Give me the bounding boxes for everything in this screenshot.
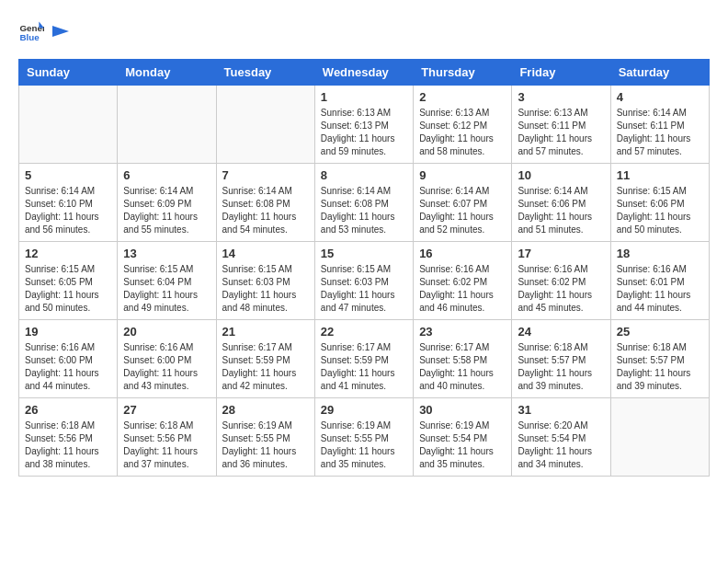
weekday-header-friday: Friday — [512, 60, 610, 86]
day-info: Sunrise: 6:16 AM Sunset: 6:01 PM Dayligh… — [617, 263, 703, 315]
day-number: 8 — [321, 168, 407, 182]
day-number: 16 — [419, 247, 506, 260]
day-info: Sunrise: 6:18 AM Sunset: 5:57 PM Dayligh… — [518, 341, 604, 393]
day-info: Sunrise: 6:15 AM Sunset: 6:06 PM Dayligh… — [617, 185, 703, 236]
calendar-day-cell: 7Sunrise: 6:14 AM Sunset: 6:08 PM Daylig… — [216, 164, 314, 242]
day-info: Sunrise: 6:15 AM Sunset: 6:05 PM Dayligh… — [25, 263, 111, 315]
day-info: Sunrise: 6:13 AM Sunset: 6:11 PM Dayligh… — [518, 107, 604, 158]
calendar-day-cell: 19Sunrise: 6:16 AM Sunset: 6:00 PM Dayli… — [19, 320, 118, 398]
day-number: 5 — [25, 168, 111, 182]
calendar-day-cell: 14Sunrise: 6:15 AM Sunset: 6:03 PM Dayli… — [216, 242, 314, 320]
calendar-day-cell — [216, 86, 314, 164]
day-number: 24 — [518, 325, 604, 339]
day-info: Sunrise: 6:19 AM Sunset: 5:54 PM Dayligh… — [419, 419, 506, 471]
calendar-day-cell: 3Sunrise: 6:13 AM Sunset: 6:11 PM Daylig… — [512, 86, 610, 164]
calendar-day-cell: 25Sunrise: 6:18 AM Sunset: 5:57 PM Dayli… — [610, 320, 709, 398]
day-info: Sunrise: 6:17 AM Sunset: 5:58 PM Dayligh… — [419, 341, 506, 393]
calendar-day-cell: 9Sunrise: 6:14 AM Sunset: 6:07 PM Daylig… — [414, 164, 512, 242]
weekday-header-sunday: Sunday — [19, 60, 118, 86]
day-number: 18 — [617, 247, 703, 260]
calendar-day-cell: 20Sunrise: 6:16 AM Sunset: 6:00 PM Dayli… — [118, 320, 216, 398]
day-number: 25 — [617, 325, 703, 339]
logo: General Blue — [18, 18, 70, 44]
calendar-header-row: SundayMondayTuesdayWednesdayThursdayFrid… — [19, 60, 710, 86]
weekday-header-wednesday: Wednesday — [314, 60, 413, 86]
calendar-day-cell: 29Sunrise: 6:19 AM Sunset: 5:55 PM Dayli… — [314, 398, 413, 477]
day-number: 2 — [419, 90, 506, 104]
logo-icon: General Blue — [18, 18, 44, 44]
day-number: 26 — [25, 403, 111, 417]
calendar-week-row: 26Sunrise: 6:18 AM Sunset: 5:56 PM Dayli… — [19, 398, 710, 477]
calendar-day-cell: 31Sunrise: 6:20 AM Sunset: 5:54 PM Dayli… — [512, 398, 610, 477]
day-number: 13 — [123, 247, 210, 260]
day-number: 28 — [222, 403, 309, 417]
day-info: Sunrise: 6:17 AM Sunset: 5:59 PM Dayligh… — [321, 341, 407, 393]
calendar-day-cell: 22Sunrise: 6:17 AM Sunset: 5:59 PM Dayli… — [314, 320, 413, 398]
calendar-day-cell: 4Sunrise: 6:14 AM Sunset: 6:11 PM Daylig… — [610, 86, 709, 164]
logo-flag-icon — [49, 24, 69, 44]
calendar-week-row: 12Sunrise: 6:15 AM Sunset: 6:05 PM Dayli… — [19, 242, 710, 320]
day-number: 20 — [123, 325, 210, 339]
calendar-day-cell — [19, 86, 118, 164]
calendar-day-cell: 5Sunrise: 6:14 AM Sunset: 6:10 PM Daylig… — [19, 164, 118, 242]
calendar-day-cell: 15Sunrise: 6:15 AM Sunset: 6:03 PM Dayli… — [314, 242, 413, 320]
calendar-day-cell: 6Sunrise: 6:14 AM Sunset: 6:09 PM Daylig… — [118, 164, 216, 242]
calendar-day-cell: 27Sunrise: 6:18 AM Sunset: 5:56 PM Dayli… — [118, 398, 216, 477]
day-number: 31 — [518, 403, 604, 417]
calendar-day-cell: 13Sunrise: 6:15 AM Sunset: 6:04 PM Dayli… — [118, 242, 216, 320]
calendar-day-cell: 8Sunrise: 6:14 AM Sunset: 6:08 PM Daylig… — [314, 164, 413, 242]
calendar-day-cell: 10Sunrise: 6:14 AM Sunset: 6:06 PM Dayli… — [512, 164, 610, 242]
calendar-day-cell — [610, 398, 709, 477]
calendar-day-cell: 30Sunrise: 6:19 AM Sunset: 5:54 PM Dayli… — [414, 398, 512, 477]
weekday-header-tuesday: Tuesday — [216, 60, 314, 86]
day-info: Sunrise: 6:16 AM Sunset: 6:00 PM Dayligh… — [25, 341, 111, 393]
day-info: Sunrise: 6:14 AM Sunset: 6:08 PM Dayligh… — [321, 185, 407, 236]
day-number: 9 — [419, 168, 506, 182]
day-info: Sunrise: 6:14 AM Sunset: 6:09 PM Dayligh… — [123, 185, 210, 236]
calendar-day-cell: 26Sunrise: 6:18 AM Sunset: 5:56 PM Dayli… — [19, 398, 118, 477]
day-info: Sunrise: 6:14 AM Sunset: 6:08 PM Dayligh… — [222, 185, 309, 236]
calendar-day-cell: 24Sunrise: 6:18 AM Sunset: 5:57 PM Dayli… — [512, 320, 610, 398]
day-info: Sunrise: 6:14 AM Sunset: 6:07 PM Dayligh… — [419, 185, 506, 236]
day-number: 3 — [518, 90, 604, 104]
day-info: Sunrise: 6:14 AM Sunset: 6:10 PM Dayligh… — [25, 185, 111, 236]
day-number: 14 — [222, 247, 309, 260]
page-header: General Blue — [18, 18, 710, 44]
calendar-day-cell: 18Sunrise: 6:16 AM Sunset: 6:01 PM Dayli… — [610, 242, 709, 320]
calendar-day-cell: 23Sunrise: 6:17 AM Sunset: 5:58 PM Dayli… — [414, 320, 512, 398]
calendar-day-cell: 28Sunrise: 6:19 AM Sunset: 5:55 PM Dayli… — [216, 398, 314, 477]
day-info: Sunrise: 6:18 AM Sunset: 5:56 PM Dayligh… — [123, 419, 210, 471]
calendar-day-cell: 16Sunrise: 6:16 AM Sunset: 6:02 PM Dayli… — [414, 242, 512, 320]
weekday-header-saturday: Saturday — [610, 60, 709, 86]
day-number: 7 — [222, 168, 309, 182]
day-info: Sunrise: 6:14 AM Sunset: 6:11 PM Dayligh… — [617, 107, 703, 158]
day-info: Sunrise: 6:16 AM Sunset: 6:02 PM Dayligh… — [419, 263, 506, 315]
day-number: 29 — [321, 403, 407, 417]
day-info: Sunrise: 6:16 AM Sunset: 6:02 PM Dayligh… — [518, 263, 604, 315]
calendar-table: SundayMondayTuesdayWednesdayThursdayFrid… — [18, 59, 710, 477]
day-number: 4 — [617, 90, 703, 104]
day-info: Sunrise: 6:15 AM Sunset: 6:03 PM Dayligh… — [222, 263, 309, 315]
svg-text:Blue: Blue — [19, 32, 40, 42]
calendar-day-cell: 17Sunrise: 6:16 AM Sunset: 6:02 PM Dayli… — [512, 242, 610, 320]
day-info: Sunrise: 6:13 AM Sunset: 6:12 PM Dayligh… — [419, 107, 506, 158]
day-number: 30 — [419, 403, 506, 417]
weekday-header-monday: Monday — [118, 60, 216, 86]
day-info: Sunrise: 6:18 AM Sunset: 5:57 PM Dayligh… — [617, 341, 703, 393]
day-number: 10 — [518, 168, 604, 182]
day-number: 23 — [419, 325, 506, 339]
day-number: 11 — [617, 168, 703, 182]
day-info: Sunrise: 6:17 AM Sunset: 5:59 PM Dayligh… — [222, 341, 309, 393]
calendar-day-cell — [118, 86, 216, 164]
weekday-header-thursday: Thursday — [414, 60, 512, 86]
calendar-day-cell: 21Sunrise: 6:17 AM Sunset: 5:59 PM Dayli… — [216, 320, 314, 398]
calendar-week-row: 19Sunrise: 6:16 AM Sunset: 6:00 PM Dayli… — [19, 320, 710, 398]
day-info: Sunrise: 6:15 AM Sunset: 6:03 PM Dayligh… — [321, 263, 407, 315]
calendar-day-cell: 12Sunrise: 6:15 AM Sunset: 6:05 PM Dayli… — [19, 242, 118, 320]
day-number: 19 — [25, 325, 111, 339]
day-number: 21 — [222, 325, 309, 339]
day-info: Sunrise: 6:18 AM Sunset: 5:56 PM Dayligh… — [25, 419, 111, 471]
day-info: Sunrise: 6:20 AM Sunset: 5:54 PM Dayligh… — [518, 419, 604, 471]
day-number: 17 — [518, 247, 604, 260]
svg-marker-3 — [52, 26, 69, 37]
